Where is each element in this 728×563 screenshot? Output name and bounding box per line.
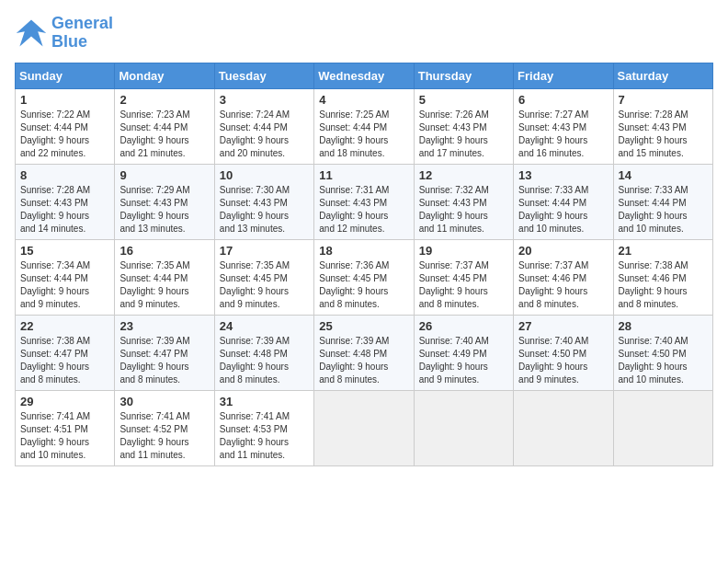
day-info: Sunrise: 7:38 AMSunset: 4:46 PMDaylight:… bbox=[619, 259, 708, 311]
calendar-day-cell: 13Sunrise: 7:33 AMSunset: 4:44 PMDayligh… bbox=[514, 164, 613, 239]
day-info: Sunrise: 7:41 AMSunset: 4:52 PMDaylight:… bbox=[119, 410, 209, 462]
calendar-week-row: 22Sunrise: 7:38 AMSunset: 4:47 PMDayligh… bbox=[16, 315, 713, 390]
day-number: 13 bbox=[518, 168, 608, 182]
day-number: 8 bbox=[20, 168, 109, 182]
day-number: 25 bbox=[319, 319, 408, 333]
day-info: Sunrise: 7:29 AMSunset: 4:43 PMDaylight:… bbox=[119, 184, 209, 236]
day-number: 26 bbox=[419, 319, 508, 333]
day-number: 7 bbox=[619, 93, 708, 107]
calendar-day-cell: 31Sunrise: 7:41 AMSunset: 4:53 PMDayligh… bbox=[214, 390, 313, 465]
day-number: 4 bbox=[319, 93, 408, 107]
day-number: 16 bbox=[119, 244, 209, 258]
calendar-table: SundayMondayTuesdayWednesdayThursdayFrid… bbox=[15, 63, 713, 466]
calendar-day-cell: 2Sunrise: 7:23 AMSunset: 4:44 PMDaylight… bbox=[115, 88, 214, 164]
day-info: Sunrise: 7:27 AMSunset: 4:43 PMDaylight:… bbox=[518, 109, 608, 160]
logo: General Blue bbox=[15, 15, 113, 52]
day-info: Sunrise: 7:41 AMSunset: 4:51 PMDaylight:… bbox=[20, 410, 109, 462]
day-info: Sunrise: 7:40 AMSunset: 4:49 PMDaylight:… bbox=[419, 335, 508, 386]
day-info: Sunrise: 7:31 AMSunset: 4:43 PMDaylight:… bbox=[319, 184, 408, 236]
calendar-day-cell bbox=[314, 390, 414, 465]
day-info: Sunrise: 7:32 AMSunset: 4:43 PMDaylight:… bbox=[419, 184, 508, 236]
day-number: 17 bbox=[220, 244, 309, 258]
day-number: 15 bbox=[20, 244, 109, 258]
day-number: 30 bbox=[119, 395, 209, 408]
day-number: 18 bbox=[319, 244, 408, 258]
weekday-header: Thursday bbox=[414, 63, 513, 88]
calendar-day-cell bbox=[414, 390, 513, 465]
calendar-day-cell: 4Sunrise: 7:25 AMSunset: 4:44 PMDaylight… bbox=[314, 88, 414, 164]
calendar-day-cell: 18Sunrise: 7:36 AMSunset: 4:45 PMDayligh… bbox=[314, 239, 414, 315]
day-info: Sunrise: 7:30 AMSunset: 4:43 PMDaylight:… bbox=[220, 184, 309, 236]
logo-icon bbox=[15, 17, 48, 50]
calendar-day-cell: 10Sunrise: 7:30 AMSunset: 4:43 PMDayligh… bbox=[214, 164, 313, 239]
calendar-day-cell: 29Sunrise: 7:41 AMSunset: 4:51 PMDayligh… bbox=[16, 390, 115, 465]
calendar-day-cell: 5Sunrise: 7:26 AMSunset: 4:43 PMDaylight… bbox=[414, 88, 513, 164]
day-number: 12 bbox=[419, 168, 508, 182]
day-info: Sunrise: 7:39 AMSunset: 4:48 PMDaylight:… bbox=[319, 335, 408, 386]
day-number: 6 bbox=[518, 93, 608, 107]
day-info: Sunrise: 7:39 AMSunset: 4:47 PMDaylight:… bbox=[119, 335, 209, 386]
day-info: Sunrise: 7:35 AMSunset: 4:44 PMDaylight:… bbox=[119, 259, 209, 311]
day-number: 14 bbox=[619, 168, 708, 182]
calendar-day-cell: 23Sunrise: 7:39 AMSunset: 4:47 PMDayligh… bbox=[115, 315, 214, 390]
calendar-day-cell: 9Sunrise: 7:29 AMSunset: 4:43 PMDaylight… bbox=[115, 164, 214, 239]
calendar-day-cell bbox=[613, 390, 712, 465]
calendar-week-row: 8Sunrise: 7:28 AMSunset: 4:43 PMDaylight… bbox=[16, 164, 713, 239]
day-number: 27 bbox=[518, 319, 608, 333]
day-info: Sunrise: 7:22 AMSunset: 4:44 PMDaylight:… bbox=[20, 109, 109, 160]
day-number: 2 bbox=[119, 93, 209, 107]
day-number: 5 bbox=[419, 93, 508, 107]
day-number: 24 bbox=[220, 319, 309, 333]
weekday-header: Tuesday bbox=[214, 63, 313, 88]
day-info: Sunrise: 7:24 AMSunset: 4:44 PMDaylight:… bbox=[220, 109, 309, 160]
day-number: 20 bbox=[518, 244, 608, 258]
day-info: Sunrise: 7:37 AMSunset: 4:45 PMDaylight:… bbox=[419, 259, 508, 311]
day-number: 3 bbox=[220, 93, 309, 107]
day-number: 28 bbox=[619, 319, 708, 333]
calendar-day-cell: 24Sunrise: 7:39 AMSunset: 4:48 PMDayligh… bbox=[214, 315, 313, 390]
day-info: Sunrise: 7:26 AMSunset: 4:43 PMDaylight:… bbox=[419, 109, 508, 160]
calendar-day-cell: 25Sunrise: 7:39 AMSunset: 4:48 PMDayligh… bbox=[314, 315, 414, 390]
day-info: Sunrise: 7:37 AMSunset: 4:46 PMDaylight:… bbox=[518, 259, 608, 311]
day-number: 29 bbox=[20, 395, 109, 408]
calendar-day-cell: 15Sunrise: 7:34 AMSunset: 4:44 PMDayligh… bbox=[16, 239, 115, 315]
weekday-header: Monday bbox=[115, 63, 214, 88]
calendar-day-cell: 6Sunrise: 7:27 AMSunset: 4:43 PMDaylight… bbox=[514, 88, 613, 164]
calendar-day-cell: 3Sunrise: 7:24 AMSunset: 4:44 PMDaylight… bbox=[214, 88, 313, 164]
day-number: 10 bbox=[220, 168, 309, 182]
day-info: Sunrise: 7:41 AMSunset: 4:53 PMDaylight:… bbox=[220, 410, 309, 462]
weekday-header: Saturday bbox=[613, 63, 712, 88]
calendar-day-cell: 19Sunrise: 7:37 AMSunset: 4:45 PMDayligh… bbox=[414, 239, 513, 315]
calendar-day-cell: 17Sunrise: 7:35 AMSunset: 4:45 PMDayligh… bbox=[214, 239, 313, 315]
calendar-day-cell: 12Sunrise: 7:32 AMSunset: 4:43 PMDayligh… bbox=[414, 164, 513, 239]
calendar-day-cell: 16Sunrise: 7:35 AMSunset: 4:44 PMDayligh… bbox=[115, 239, 214, 315]
day-info: Sunrise: 7:33 AMSunset: 4:44 PMDaylight:… bbox=[619, 184, 708, 236]
day-number: 9 bbox=[119, 168, 209, 182]
day-info: Sunrise: 7:25 AMSunset: 4:44 PMDaylight:… bbox=[319, 109, 408, 160]
calendar-day-cell: 21Sunrise: 7:38 AMSunset: 4:46 PMDayligh… bbox=[613, 239, 712, 315]
day-number: 1 bbox=[20, 93, 109, 107]
svg-marker-0 bbox=[17, 19, 46, 46]
calendar-day-cell bbox=[514, 390, 613, 465]
weekday-header: Wednesday bbox=[314, 63, 414, 88]
day-number: 23 bbox=[119, 319, 209, 333]
calendar-day-cell: 1Sunrise: 7:22 AMSunset: 4:44 PMDaylight… bbox=[16, 88, 115, 164]
calendar-week-row: 1Sunrise: 7:22 AMSunset: 4:44 PMDaylight… bbox=[16, 88, 713, 164]
day-info: Sunrise: 7:38 AMSunset: 4:47 PMDaylight:… bbox=[20, 335, 109, 386]
calendar-day-cell: 7Sunrise: 7:28 AMSunset: 4:43 PMDaylight… bbox=[613, 88, 712, 164]
weekday-header: Friday bbox=[514, 63, 613, 88]
logo-text: General Blue bbox=[51, 15, 113, 52]
calendar-week-row: 15Sunrise: 7:34 AMSunset: 4:44 PMDayligh… bbox=[16, 239, 713, 315]
day-info: Sunrise: 7:33 AMSunset: 4:44 PMDaylight:… bbox=[518, 184, 608, 236]
day-info: Sunrise: 7:28 AMSunset: 4:43 PMDaylight:… bbox=[20, 184, 109, 236]
day-info: Sunrise: 7:39 AMSunset: 4:48 PMDaylight:… bbox=[220, 335, 309, 386]
calendar-week-row: 29Sunrise: 7:41 AMSunset: 4:51 PMDayligh… bbox=[16, 390, 713, 465]
calendar-day-cell: 14Sunrise: 7:33 AMSunset: 4:44 PMDayligh… bbox=[613, 164, 712, 239]
day-info: Sunrise: 7:34 AMSunset: 4:44 PMDaylight:… bbox=[20, 259, 109, 311]
page-header: General Blue bbox=[15, 15, 713, 52]
calendar-day-cell: 8Sunrise: 7:28 AMSunset: 4:43 PMDaylight… bbox=[16, 164, 115, 239]
weekday-header: Sunday bbox=[16, 63, 115, 88]
day-number: 21 bbox=[619, 244, 708, 258]
day-number: 19 bbox=[419, 244, 508, 258]
calendar-day-cell: 30Sunrise: 7:41 AMSunset: 4:52 PMDayligh… bbox=[115, 390, 214, 465]
